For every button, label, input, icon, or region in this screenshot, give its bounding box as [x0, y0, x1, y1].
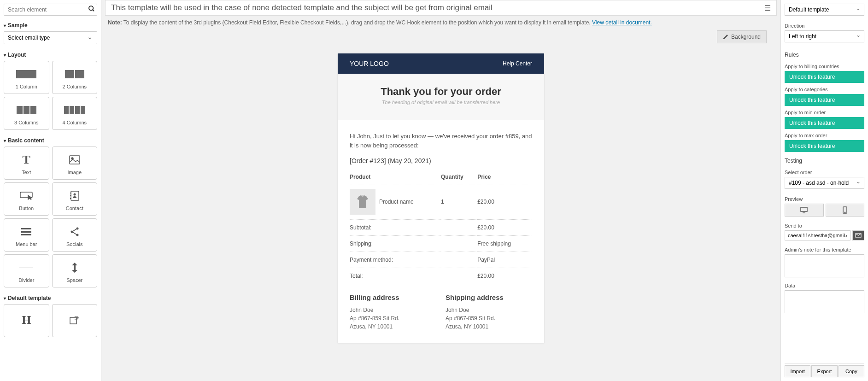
unlock-max-order[interactable]: Unlock this feature — [785, 140, 864, 152]
copy-button[interactable]: Copy — [839, 365, 864, 377]
left-sidebar: Sample Select email type Layout 1 Column… — [0, 0, 101, 381]
layout-1-column[interactable]: 1 Column — [4, 61, 49, 94]
text-icon: T — [23, 154, 30, 166]
button-icon — [20, 190, 33, 202]
layout-3-columns[interactable]: 3 Columns — [4, 97, 49, 130]
svg-point-0 — [89, 6, 93, 10]
element-hook[interactable] — [52, 304, 98, 337]
main-canvas: This template will be used in the case o… — [101, 0, 780, 381]
element-spacer[interactable]: Spacer — [52, 254, 98, 287]
mail-icon — [855, 233, 862, 238]
element-divider[interactable]: Divider — [4, 254, 49, 287]
preview-mobile-button[interactable] — [826, 204, 865, 217]
product-image — [350, 189, 375, 215]
svg-rect-16 — [801, 207, 807, 211]
data-label: Data — [785, 283, 864, 288]
shipping-address: Shipping address John Doe Ap #867-859 Si… — [446, 293, 532, 331]
layout-4-columns[interactable]: 4 Columns — [52, 97, 98, 130]
order-table: Product Quantity Price — [350, 170, 532, 284]
testing-label: Testing — [785, 158, 864, 164]
svg-line-13 — [73, 229, 76, 231]
subtotal-row: Subtotal:£20.00 — [350, 220, 532, 236]
direction-select[interactable]: Left to right — [785, 30, 864, 42]
order-select[interactable]: #109 - asd asd - on-hold — [785, 177, 864, 189]
email-heading: Thank you for your order — [347, 86, 535, 98]
hook-icon — [70, 314, 80, 326]
send-to-input[interactable] — [785, 230, 850, 240]
default-template-section-header[interactable]: Default template — [4, 292, 97, 304]
order-item-row: Product name 1 £20.00 — [350, 184, 532, 220]
send-email-button[interactable] — [852, 230, 864, 240]
email-preview: YOUR LOGO Help Center Thank you for your… — [338, 53, 544, 343]
template-select[interactable]: Default template — [785, 4, 864, 16]
svg-point-11 — [76, 228, 78, 230]
svg-rect-6 — [70, 193, 71, 193]
element-heading[interactable]: H — [4, 304, 49, 337]
svg-rect-5 — [71, 191, 79, 200]
shipping-row: Shipping:Free shipping — [350, 236, 532, 252]
rules-label: Rules — [785, 52, 864, 58]
payment-row: Payment method:PayPal — [350, 252, 532, 268]
unlock-billing-countries[interactable]: Unlock this feature — [785, 71, 864, 83]
right-sidebar: Default template Direction Left to right… — [780, 0, 868, 381]
total-row: Total:£20.00 — [350, 268, 532, 284]
mobile-icon — [843, 206, 847, 214]
background-button[interactable]: Background — [717, 30, 767, 43]
email-header: YOUR LOGO Help Center — [338, 53, 544, 74]
svg-rect-7 — [70, 195, 71, 196]
divider-icon — [19, 262, 33, 274]
unlock-min-order[interactable]: Unlock this feature — [785, 117, 864, 129]
heading-icon: H — [22, 314, 31, 326]
basic-content-section-header[interactable]: Basic content — [4, 135, 97, 147]
svg-point-12 — [76, 234, 78, 236]
email-type-select[interactable]: Select email type — [4, 31, 97, 44]
view-detail-link[interactable]: View detail in document. — [592, 19, 652, 26]
element-button[interactable]: Button — [4, 182, 49, 216]
svg-rect-2 — [70, 156, 80, 164]
svg-point-10 — [70, 231, 73, 233]
import-button[interactable]: Import — [785, 365, 810, 377]
element-menu-bar[interactable]: Menu bar — [4, 218, 49, 252]
pencil-icon — [723, 34, 728, 40]
svg-rect-8 — [70, 198, 71, 199]
send-to-label: Send to — [785, 223, 864, 229]
svg-line-14 — [73, 232, 76, 234]
element-socials[interactable]: Socials — [52, 218, 98, 252]
spacer-icon — [71, 262, 78, 274]
plugin-note: Note: To display the content of the 3rd … — [101, 18, 780, 30]
contact-icon — [70, 190, 80, 202]
search-element-input[interactable] — [4, 4, 97, 16]
email-subheading: The heading of original email will be tr… — [347, 100, 535, 105]
unlock-categories[interactable]: Unlock this feature — [785, 94, 864, 106]
svg-line-1 — [93, 10, 94, 11]
preview-label: Preview — [785, 196, 864, 202]
admin-note-label: Admin's note for this template — [785, 247, 864, 252]
banner-menu-icon[interactable]: ☰ — [764, 4, 771, 12]
svg-rect-15 — [70, 317, 76, 324]
svg-point-9 — [73, 193, 76, 196]
desktop-icon — [800, 207, 808, 213]
email-logo: YOUR LOGO — [350, 60, 389, 67]
element-text[interactable]: TText — [4, 147, 49, 180]
direction-label: Direction — [785, 23, 864, 29]
template-subject-banner: This template will be used in the case o… — [105, 0, 777, 16]
export-button[interactable]: Export — [811, 365, 837, 377]
order-title: [Order #123] (May 20, 2021) — [350, 157, 532, 164]
preview-desktop-button[interactable] — [785, 204, 824, 217]
svg-point-19 — [845, 212, 845, 213]
layout-2-columns[interactable]: 2 Columns — [52, 61, 98, 94]
image-icon — [69, 154, 80, 166]
search-icon[interactable] — [88, 5, 95, 14]
element-contact[interactable]: Contact — [52, 182, 98, 216]
layout-section-header[interactable]: Layout — [4, 49, 97, 61]
billing-address: Billing address John Doe Ap #867-859 Sit… — [350, 293, 436, 331]
element-image[interactable]: Image — [52, 147, 98, 180]
email-hero: Thank you for your order The heading of … — [338, 74, 544, 120]
sample-section-header[interactable]: Sample — [4, 19, 97, 31]
admin-note-textarea[interactable] — [785, 254, 864, 277]
email-intro: Hi John, Just to let you know — we've re… — [350, 132, 532, 150]
select-order-label: Select order — [785, 170, 864, 175]
data-textarea[interactable] — [785, 290, 864, 313]
help-center-link[interactable]: Help Center — [503, 60, 532, 67]
menu-icon — [21, 226, 31, 238]
